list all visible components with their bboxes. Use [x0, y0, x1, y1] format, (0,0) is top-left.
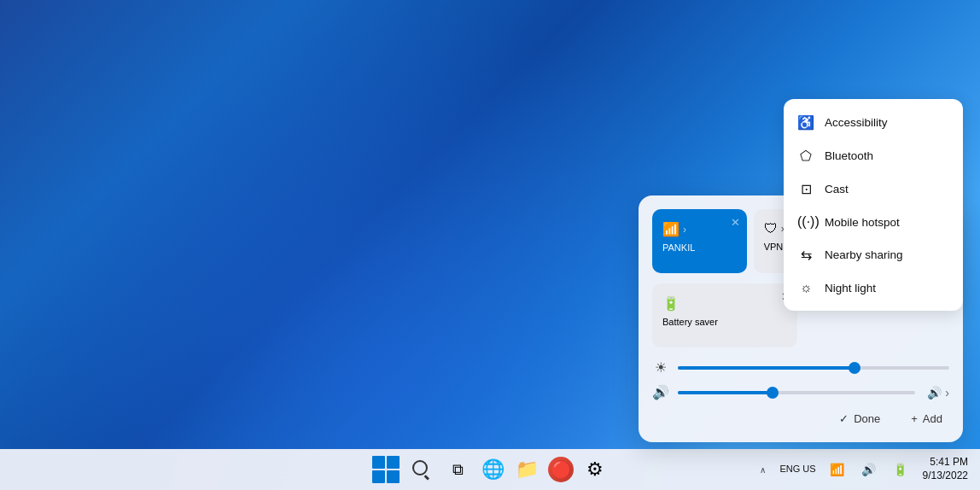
done-label: Done — [854, 412, 880, 425]
volume-row: 🔊 🔊 › — [652, 384, 949, 400]
brightness-row: ☀ — [652, 359, 949, 376]
wifi-label: PANKIL — [662, 242, 695, 253]
add-button[interactable]: + Add — [904, 409, 949, 429]
battery-icon-row: 🔋 — [662, 295, 680, 312]
clock-time: 5:41 PM — [930, 456, 968, 470]
arrow-app-icon[interactable]: 🔴 — [545, 453, 577, 486]
desktop: ✕ 📶 › PANKIL ✕ 🛡 › VPN ✕ ✈ — [0, 0, 980, 490]
night-light-label: Night light — [825, 282, 876, 295]
vpn-icon: 🛡 — [764, 221, 778, 236]
search-icon — [412, 460, 431, 479]
volume-tray-icon[interactable]: 🔊 — [855, 459, 883, 480]
pin-icon-wifi: ✕ — [731, 216, 740, 229]
done-button[interactable]: ✓ Done — [832, 409, 887, 429]
hotspot-icon: ((·)) — [797, 214, 814, 230]
brightness-fill — [678, 366, 855, 370]
cast-icon: ⊡ — [797, 181, 814, 197]
clock-date: 9/13/2022 — [923, 470, 968, 483]
menu-item-cast[interactable]: ⊡ Cast — [784, 172, 963, 206]
night-light-icon: ☼ — [797, 280, 814, 295]
tile-wifi[interactable]: ✕ 📶 › PANKIL — [652, 209, 747, 273]
speaker-settings-icon[interactable]: 🔊 › — [927, 386, 949, 400]
menu-item-mobile-hotspot[interactable]: ((·)) Mobile hotspot — [784, 206, 963, 238]
battery-tray-icon[interactable]: 🔋 — [886, 459, 914, 480]
nearby-sharing-icon: ⇆ — [797, 247, 814, 263]
bluetooth-label: Bluetooth — [825, 149, 873, 162]
language-indicator[interactable]: ENG US — [776, 462, 819, 476]
done-check-icon: ✓ — [839, 412, 849, 425]
brightness-track[interactable] — [678, 366, 949, 370]
tile-battery[interactable]: ✕ 🔋 Battery saver — [652, 283, 797, 347]
bottom-actions: ✓ Done + Add — [652, 409, 949, 429]
menu-item-night-light[interactable]: ☼ Night light — [784, 271, 963, 304]
add-dropdown-menu: ♿ Accessibility ⬠ Bluetooth ⊡ Cast ((·))… — [784, 99, 963, 311]
file-explorer-icon[interactable]: 📁 — [510, 453, 543, 486]
brightness-thumb[interactable] — [849, 362, 860, 374]
accessibility-icon: ♿ — [797, 114, 814, 131]
chrome-icon[interactable]: 🌐 — [476, 453, 509, 486]
taskbar-center: ⧉ 🌐 📁 🔴 ⚙ — [369, 452, 611, 487]
vpn-label: VPN — [764, 242, 784, 252]
volume-icon: 🔊 — [652, 384, 669, 400]
chevron-up-icon: ∧ — [760, 465, 766, 475]
task-view-button[interactable]: ⧉ — [440, 452, 475, 487]
taskbar-right: ∧ ENG US 📶 🔊 🔋 5:41 PM 9/13/2022 — [753, 454, 973, 484]
volume-fill — [678, 391, 773, 394]
menu-item-nearby-sharing[interactable]: ⇆ Nearby sharing — [784, 238, 963, 271]
system-tray-chevron[interactable]: ∧ — [753, 462, 773, 478]
battery-label: Battery saver — [662, 317, 718, 327]
hotspot-label: Mobile hotspot — [825, 216, 900, 229]
menu-item-accessibility[interactable]: ♿ Accessibility — [784, 106, 963, 139]
wifi-icon-row: 📶 › — [662, 221, 686, 237]
add-label: Add — [923, 412, 942, 425]
settings-icon[interactable]: ⚙ — [579, 453, 611, 486]
taskbar: ⧉ 🌐 📁 🔴 ⚙ ∧ ENG — [0, 449, 980, 490]
lang-line1: ENG — [779, 464, 800, 474]
search-button[interactable] — [405, 452, 439, 487]
battery-icon: 🔋 — [662, 295, 680, 312]
wifi-tray-icon[interactable]: 📶 — [823, 459, 851, 480]
accessibility-label: Accessibility — [825, 116, 888, 129]
wifi-tray: 📶 — [830, 463, 844, 476]
cast-label: Cast — [825, 183, 849, 195]
wifi-arrow[interactable]: › — [683, 224, 686, 236]
vpn-icon-row: 🛡 › — [764, 221, 785, 236]
start-button[interactable] — [369, 452, 403, 487]
nearby-sharing-label: Nearby sharing — [825, 248, 903, 261]
bluetooth-icon: ⬠ — [797, 148, 814, 164]
menu-item-bluetooth[interactable]: ⬠ Bluetooth — [784, 139, 963, 172]
volume-track[interactable] — [678, 391, 915, 394]
volume-thumb[interactable] — [767, 387, 779, 399]
windows-logo — [372, 456, 400, 483]
clock[interactable]: 5:41 PM 9/13/2022 — [918, 454, 973, 484]
battery-tray: 🔋 — [893, 463, 907, 476]
wifi-icon: 📶 — [662, 221, 680, 237]
brightness-icon: ☀ — [652, 359, 669, 376]
add-plus-icon: + — [911, 412, 918, 425]
volume-tray: 🔊 — [861, 463, 876, 476]
task-view-icon: ⧉ — [452, 461, 464, 479]
lang-line2: US — [802, 464, 815, 474]
